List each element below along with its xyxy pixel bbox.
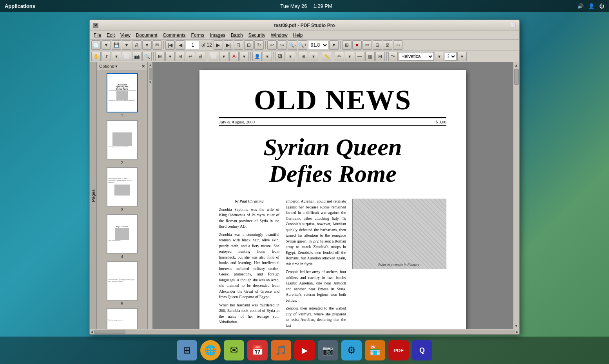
measure-button[interactable]: 📏 bbox=[322, 52, 331, 61]
page-thumb-2[interactable]: Lorem ipsum dolor sit amet consectetur 2 bbox=[99, 120, 145, 165]
grid-dropdown[interactable]: ▾ bbox=[309, 52, 318, 61]
save-dropdown-button[interactable]: ▾ bbox=[122, 40, 131, 50]
camera-button[interactable]: 📷 bbox=[132, 52, 141, 61]
dock-item-settings[interactable]: ⚙ bbox=[341, 340, 362, 360]
user-dropdown[interactable]: ▾ bbox=[263, 52, 272, 61]
dock-item-browser[interactable]: 🌐 bbox=[200, 340, 221, 360]
page-thumb-5[interactable]: Article content spanning the full page w… bbox=[99, 261, 145, 306]
zoom-out-button[interactable]: 🔍- bbox=[288, 40, 297, 50]
table-dropdown[interactable]: ▾ bbox=[165, 52, 175, 61]
page-thumb-1[interactable]: OLD NEWSSyrian QueenDefies Rome Lorem ip… bbox=[99, 73, 145, 118]
redo-button[interactable]: ↪ bbox=[277, 40, 287, 50]
fit-page-button[interactable]: ⊡ bbox=[244, 40, 254, 50]
image-dropdown[interactable]: ▾ bbox=[286, 52, 295, 61]
prev-page-button[interactable]: ◀ bbox=[176, 40, 185, 50]
font-size-select[interactable]: 8 bbox=[445, 52, 457, 61]
redact-button[interactable]: ■ bbox=[352, 40, 362, 50]
menu-view[interactable]: View bbox=[118, 32, 133, 39]
page-thumb-3[interactable]: Lorem ipsum dolor sit amet consectetur a… bbox=[99, 167, 145, 212]
text-style-button[interactable]: T▾ bbox=[388, 52, 398, 61]
compare-button[interactable]: ⊟ bbox=[373, 40, 382, 50]
dock-item-store[interactable]: 🏪 bbox=[365, 340, 385, 360]
shape-dropdown[interactable]: ▾ bbox=[219, 52, 228, 61]
scroll-up-arrow[interactable]: ▲ bbox=[515, 63, 518, 67]
js-button[interactable]: JS bbox=[393, 40, 402, 50]
draw-button[interactable]: ✏ bbox=[335, 52, 344, 61]
pages-options-button[interactable]: Options ▾ bbox=[99, 64, 118, 69]
first-page-button[interactable]: |◀ bbox=[165, 40, 175, 50]
horizontal-scroll-thumb[interactable] bbox=[94, 330, 125, 334]
color-button[interactable]: A bbox=[229, 52, 239, 61]
stamp-button[interactable]: ↩ bbox=[186, 52, 195, 61]
font-size-up-button[interactable]: ▾ bbox=[457, 52, 467, 61]
print-button[interactable]: 🖨 bbox=[132, 40, 141, 50]
menu-comments[interactable]: Comments bbox=[161, 32, 188, 39]
scroll-down-arrow[interactable]: ▼ bbox=[515, 324, 518, 328]
hand-tool-button[interactable]: ✋ bbox=[91, 52, 101, 61]
power-icon[interactable]: ⏻ bbox=[599, 3, 604, 9]
menu-edit[interactable]: Edit bbox=[104, 32, 117, 39]
dock-item-music[interactable]: 🎵 bbox=[271, 340, 291, 360]
dock-item-calendar[interactable]: 📅 bbox=[247, 340, 268, 360]
panel-scroll-down-arrow[interactable]: ▼ bbox=[149, 80, 152, 84]
dock-item-pdf-reader[interactable]: PDF bbox=[388, 340, 409, 360]
maximize-button[interactable]: ⬜ bbox=[511, 23, 516, 28]
zoom-dropdown-button[interactable]: ▾ bbox=[329, 40, 339, 50]
text-tool-dropdown[interactable]: ▾ bbox=[112, 52, 121, 61]
text-tool-button[interactable]: T bbox=[102, 52, 111, 61]
new-file-button[interactable]: 📄 bbox=[91, 40, 101, 50]
line-button[interactable]: — bbox=[355, 52, 364, 61]
continuous-scroll-button[interactable]: ⇅ bbox=[234, 40, 243, 50]
dock-item-photos[interactable]: 📷 bbox=[318, 340, 338, 360]
scroll-left-arrow[interactable]: ◀ bbox=[91, 330, 93, 334]
dash-button[interactable]: ⊟ bbox=[375, 52, 385, 61]
font-dropdown[interactable]: ▾ bbox=[435, 52, 444, 61]
dock-item-files[interactable]: ⊞ bbox=[177, 340, 197, 360]
menu-forms[interactable]: Forms bbox=[189, 32, 207, 39]
zoom-glass-button[interactable]: 🔍 bbox=[142, 52, 152, 61]
menu-file[interactable]: File bbox=[91, 32, 103, 39]
table-button[interactable]: ⊞ bbox=[155, 52, 165, 61]
close-button[interactable]: ✕ bbox=[93, 23, 98, 28]
image-button[interactable]: 🖼 bbox=[276, 52, 285, 61]
menu-window[interactable]: Window bbox=[268, 32, 290, 39]
open-file-button[interactable]: ▾ bbox=[102, 40, 111, 50]
page-thumb-4[interactable]: Page 4 Content Some text content here 4 bbox=[99, 214, 145, 259]
undo-button[interactable]: ↩ bbox=[267, 40, 277, 50]
panel-scroll-up-arrow[interactable]: ▲ bbox=[149, 63, 152, 67]
network-icon[interactable]: 👤 bbox=[588, 3, 594, 9]
page-thumb-6[interactable]: Another page content bbox=[99, 308, 145, 329]
print-dropdown-button[interactable]: ▾ bbox=[142, 40, 152, 50]
grid-button[interactable]: ⊞ bbox=[299, 52, 308, 61]
user-button[interactable]: 👤 bbox=[252, 52, 262, 61]
pages-tab-label[interactable]: Pages bbox=[90, 62, 97, 329]
crop-button[interactable]: ⊠ bbox=[383, 40, 392, 50]
font-name-select[interactable]: Helvetica bbox=[399, 52, 434, 61]
menu-images[interactable]: Images bbox=[208, 32, 228, 39]
color-dropdown[interactable]: ▾ bbox=[239, 52, 249, 61]
select-tool-button[interactable]: ⬜ bbox=[122, 52, 131, 61]
menu-document[interactable]: Document bbox=[134, 32, 160, 39]
email-button[interactable]: ✉ bbox=[152, 40, 162, 50]
menu-batch[interactable]: Batch bbox=[228, 32, 245, 39]
actual-size-button[interactable]: ⊞ bbox=[342, 40, 352, 50]
menu-security[interactable]: Security bbox=[246, 32, 268, 39]
save-button[interactable]: 💾 bbox=[112, 40, 121, 50]
dock-item-search[interactable]: Q bbox=[412, 340, 432, 360]
scroll-right-arrow[interactable]: ▶ bbox=[516, 330, 518, 334]
fill-button[interactable]: ▥ bbox=[365, 52, 375, 61]
applications-menu[interactable]: Applications bbox=[5, 3, 35, 9]
menu-help[interactable]: Help bbox=[291, 32, 305, 39]
form-field-button[interactable]: ⊟ bbox=[176, 52, 185, 61]
print2-button[interactable]: 🖨 bbox=[196, 52, 205, 61]
last-page-button[interactable]: ▶| bbox=[224, 40, 233, 50]
zoom-in-button[interactable]: 🔍+ bbox=[298, 40, 307, 50]
snapshot-button[interactable]: ✂ bbox=[362, 40, 372, 50]
panel-scroll-thumb[interactable] bbox=[149, 68, 152, 80]
zoom-select[interactable]: 91.8 50 75 100 125 150 bbox=[308, 41, 328, 49]
dock-item-mail[interactable]: ✉ bbox=[224, 340, 244, 360]
rotate-button[interactable]: ↻ bbox=[254, 40, 264, 50]
dock-item-video[interactable]: ▶ bbox=[294, 340, 315, 360]
page-number-input[interactable]: 1 bbox=[186, 41, 200, 49]
pdf-viewer[interactable]: OLD NEWS July & August, 2000 $ 3.00 Syri… bbox=[152, 62, 513, 329]
